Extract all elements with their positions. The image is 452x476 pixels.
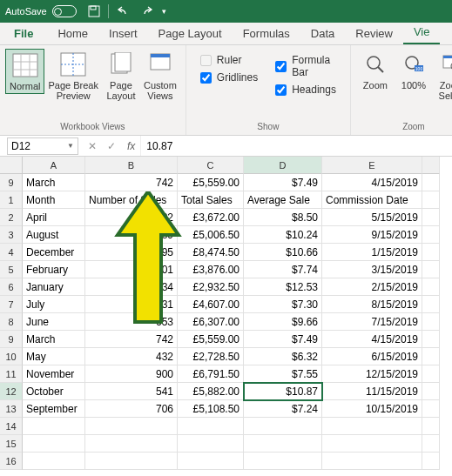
cell[interactable]: June <box>23 313 85 331</box>
fx-label[interactable]: fx <box>127 140 135 152</box>
spreadsheet-grid[interactable]: 912345678910111213141516 ABCDE March742£… <box>0 157 452 476</box>
cell[interactable]: January <box>23 278 85 296</box>
cell[interactable] <box>422 453 440 470</box>
cell[interactable] <box>23 453 85 470</box>
cell[interactable]: £6,307.00 <box>178 313 244 331</box>
cell[interactable]: $7.74 <box>244 261 322 278</box>
cell[interactable]: 5/15/2019 <box>322 209 422 226</box>
cell[interactable] <box>422 191 440 209</box>
cell[interactable]: $10.24 <box>244 226 322 244</box>
cell[interactable] <box>422 313 440 331</box>
cell[interactable]: £2,728.50 <box>178 348 244 365</box>
cell[interactable] <box>322 418 422 435</box>
cell[interactable] <box>422 296 440 313</box>
cell[interactable]: October <box>23 383 85 400</box>
cell[interactable]: 742 <box>85 174 178 191</box>
cell[interactable]: 8/15/2019 <box>322 296 422 313</box>
cell[interactable]: Commission Date <box>322 191 422 209</box>
redo-icon[interactable] <box>139 5 153 17</box>
cell[interactable]: 7/15/2019 <box>322 313 422 331</box>
tab-file[interactable]: File <box>10 23 47 44</box>
cell[interactable] <box>178 435 244 453</box>
ruler-checkbox[interactable]: Ruler <box>200 54 258 66</box>
undo-icon[interactable] <box>117 5 131 17</box>
cell[interactable]: £5,559.00 <box>178 174 244 191</box>
cell[interactable] <box>422 226 440 244</box>
select-all-corner[interactable] <box>0 157 23 174</box>
cell[interactable]: £4,607.00 <box>178 296 244 313</box>
tab-review[interactable]: Review <box>345 23 403 44</box>
cell[interactable]: 432 <box>85 348 178 365</box>
formula-bar-checkbox[interactable]: Formula Bar <box>275 54 336 78</box>
cell[interactable]: 2/15/2019 <box>322 278 422 296</box>
cell[interactable]: $7.49 <box>244 331 322 348</box>
cell[interactable]: $12.53 <box>244 278 322 296</box>
cell[interactable] <box>422 383 440 400</box>
cell[interactable]: 234 <box>85 278 178 296</box>
enter-icon[interactable]: ✓ <box>105 140 118 152</box>
cell[interactable]: 501 <box>85 261 178 278</box>
cell[interactable]: April <box>23 209 85 226</box>
cell[interactable]: July <box>23 296 85 313</box>
cell[interactable] <box>422 418 440 435</box>
cell[interactable] <box>322 435 422 453</box>
cell[interactable] <box>23 418 85 435</box>
tab-page-layout[interactable]: Page Layout <box>148 23 233 44</box>
cell[interactable]: $8.50 <box>244 209 322 226</box>
cell[interactable]: February <box>23 261 85 278</box>
cell[interactable]: $10.66 <box>244 244 322 261</box>
cell[interactable]: $7.55 <box>244 365 322 383</box>
cell[interactable] <box>23 435 85 453</box>
cell[interactable]: £2,932.50 <box>178 278 244 296</box>
row-head[interactable]: 16 <box>0 453 23 470</box>
cell[interactable]: $10.87 <box>244 383 322 400</box>
cell[interactable]: $6.32 <box>244 348 322 365</box>
cell[interactable]: 3/15/2019 <box>322 261 422 278</box>
row-head[interactable]: 5 <box>0 261 23 278</box>
cell[interactable] <box>85 435 178 453</box>
cell[interactable]: 4/15/2019 <box>322 331 422 348</box>
cell[interactable] <box>244 418 322 435</box>
cell[interactable] <box>85 453 178 470</box>
cell[interactable] <box>422 331 440 348</box>
cell[interactable]: 795 <box>85 244 178 261</box>
cell[interactable]: £3,876.00 <box>178 261 244 278</box>
row-head[interactable]: 9 <box>0 174 23 191</box>
cell[interactable]: $7.24 <box>244 400 322 418</box>
cell[interactable] <box>178 418 244 435</box>
qat-customize-icon[interactable]: ▾ <box>162 7 166 16</box>
formula-input[interactable]: 10.87 <box>140 136 452 156</box>
cell[interactable]: 12/15/2019 <box>322 365 422 383</box>
tab-insert[interactable]: Insert <box>98 23 148 44</box>
cell[interactable]: 11/15/2019 <box>322 383 422 400</box>
cell[interactable]: $7.49 <box>244 174 322 191</box>
cell[interactable] <box>85 418 178 435</box>
col-head-D[interactable]: D <box>244 157 322 174</box>
cell[interactable] <box>178 453 244 470</box>
save-icon[interactable] <box>88 5 100 17</box>
cell[interactable]: £3,672.00 <box>178 209 244 226</box>
cell[interactable] <box>422 365 440 383</box>
page-layout-button[interactable]: Page Layout <box>102 49 140 103</box>
row-head[interactable]: 10 <box>0 348 23 365</box>
cell[interactable]: Total Sales <box>178 191 244 209</box>
cell[interactable] <box>422 244 440 261</box>
cell[interactable]: March <box>23 174 85 191</box>
zoom-button[interactable]: Zoom <box>356 49 395 92</box>
cell[interactable]: Month <box>23 191 85 209</box>
col-head-B[interactable]: B <box>85 157 178 174</box>
cell[interactable]: £5,882.00 <box>178 383 244 400</box>
zoom-100-button[interactable]: 100 100% <box>395 49 433 92</box>
row-head[interactable]: 1 <box>0 191 23 209</box>
row-head[interactable]: 11 <box>0 365 23 383</box>
headings-checkbox[interactable]: Headings <box>275 84 336 96</box>
cell[interactable]: £5,006.50 <box>178 226 244 244</box>
cell[interactable]: 742 <box>85 331 178 348</box>
row-head[interactable]: 14 <box>0 418 23 435</box>
cell[interactable]: $7.30 <box>244 296 322 313</box>
cell[interactable]: £5,108.50 <box>178 400 244 418</box>
cell[interactable]: May <box>23 348 85 365</box>
cell[interactable]: £8,474.50 <box>178 244 244 261</box>
gridlines-checkbox[interactable]: Gridlines <box>200 71 258 84</box>
col-head-A[interactable]: A <box>23 157 85 174</box>
